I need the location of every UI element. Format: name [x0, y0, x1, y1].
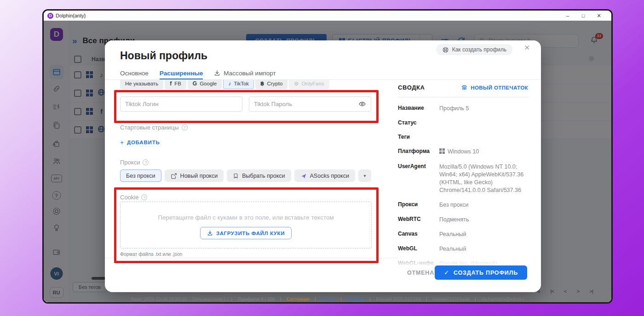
summary-label: Canvas: [398, 231, 439, 238]
tab-mass-import-label: Массовый импорт: [224, 70, 276, 77]
separator: [475, 297, 476, 301]
status-users: Пользователи 1 / 1: [192, 297, 233, 302]
site-tab-tiktok-label: TikTok: [234, 81, 249, 86]
start-pages-label: Стартовые страницы ?: [120, 124, 188, 131]
status-state-link[interactable]: Состояние: [287, 297, 310, 302]
modal-tabs: Основное Расширенные Массовый импорт: [120, 67, 276, 79]
summary-value: [439, 119, 528, 127]
summary-label: UserAgent: [398, 163, 439, 194]
tab-advanced[interactable]: Расширенные: [160, 67, 203, 79]
summary-label: Теги: [398, 134, 439, 141]
check-icon: ✓: [444, 269, 449, 276]
status-status-link[interactable]: Статус: [321, 297, 336, 302]
add-start-page-button[interactable]: + ДОБАВИТЬ: [120, 139, 160, 146]
status-profiles: Профили 4 / 100: [238, 297, 275, 302]
site-tab-google-label: Google: [200, 81, 217, 86]
site-tab-none[interactable]: Не указывать: [120, 80, 163, 89]
modal-title: Новый профиль: [120, 50, 207, 62]
summary-value: Без прокси: [439, 201, 528, 209]
summary-row: Теги: [398, 134, 528, 141]
create-profile-submit-label: СОЗДАТЬ ПРОФИЛЬ: [454, 270, 518, 276]
import-icon: [214, 70, 220, 76]
separator: [370, 297, 370, 301]
proxy-label: Прокси ?: [120, 159, 149, 166]
proxy-asocks-label: ASocks прокси: [310, 173, 349, 179]
summary-divider: [398, 97, 528, 97]
summary-row: UserAgentMozilla/5.0 (Windows NT 10.0; W…: [398, 163, 528, 194]
site-tab-google[interactable]: GGoogle: [188, 80, 222, 89]
site-tab-crypto[interactable]: ฿Crypto: [255, 80, 288, 89]
bookmark-icon: [233, 173, 239, 179]
summary-value: Mozilla/5.0 (Windows NT 10.0; Win64; x64…: [439, 163, 528, 194]
tab-mass-import[interactable]: Массовый импорт: [214, 67, 276, 79]
tiktok-icon: ♪: [228, 80, 231, 87]
fingerprint-icon: [461, 85, 468, 90]
minimize-button[interactable]: –: [560, 11, 575, 20]
annotation-rectangle-cookie: [114, 187, 379, 263]
proxy-more-dropdown[interactable]: ▾: [358, 169, 371, 182]
status-version: Версия 2025.310.169: [376, 297, 421, 302]
maximize-button[interactable]: □: [575, 11, 591, 20]
proxy-select-button[interactable]: Выбрать прокси: [227, 169, 291, 182]
site-tab-tiktok[interactable]: ♪TikTok: [223, 80, 254, 89]
site-type-tabs: Не указывать fFB GGoogle ♪TikTok ฿Crypto…: [120, 80, 329, 89]
separator: [426, 297, 427, 301]
proxy-asocks-button[interactable]: ASocks прокси: [294, 169, 355, 182]
add-label: ДОБАВИТЬ: [127, 140, 160, 145]
lifebuoy-icon: [442, 46, 449, 53]
tab-basic[interactable]: Основное: [120, 67, 149, 79]
new-window-icon: [171, 173, 177, 179]
summary-row: WebRTCПодменять: [398, 216, 528, 224]
close-button[interactable]: ✕: [591, 11, 607, 20]
proxy-new-label: Новый прокси: [180, 173, 218, 179]
summary-label: Название: [398, 105, 439, 113]
summary-label: Статус: [398, 119, 439, 127]
window-title: Dolphin{anty}: [56, 13, 86, 18]
modal-close-button[interactable]: ✕: [524, 44, 530, 52]
summary-value: Подменять: [439, 216, 528, 224]
titlebar: D Dolphin{anty} – □ ✕: [44, 11, 611, 21]
new-fingerprint-label: НОВЫЙ ОТПЕЧАТОК: [471, 85, 528, 90]
status-build: master#13374aa8: [432, 297, 470, 302]
how-to-create-button[interactable]: Как создать профиль: [436, 44, 512, 55]
summary-title: СВОДКА: [398, 84, 425, 91]
separator: [281, 297, 281, 301]
new-fingerprint-button[interactable]: НОВЫЙ ОТПЕЧАТОК: [461, 85, 528, 90]
plus-icon: +: [120, 139, 124, 146]
summary-label: Платформа: [398, 148, 439, 156]
status-bar: Base_2025-12-06 16:50:29 Пользователи 1 …: [44, 297, 611, 302]
separator: [315, 297, 316, 301]
summary-rows: НазваниеПрофиль 5 Статус Теги Платформа …: [398, 105, 528, 266]
summary-value: Реальный: [439, 231, 528, 238]
windows-icon: [439, 148, 445, 156]
info-icon[interactable]: ?: [143, 159, 149, 165]
site-tab-onlyfans[interactable]: ⊙OnlyFans: [289, 80, 329, 89]
summary-row: CanvasРеальный: [398, 231, 528, 238]
summary-row: Статус: [398, 119, 528, 127]
summary-label: Прокси: [398, 201, 439, 209]
summary-row: Платформа Windows 10: [398, 148, 528, 156]
how-to-create-label: Как создать профиль: [452, 46, 506, 53]
cancel-button[interactable]: ОТМЕНА: [407, 265, 434, 280]
summary-value: Windows 10: [448, 148, 479, 156]
app-window: D Dolphin{anty} – □ ✕ D: [42, 9, 613, 304]
asocks-icon: [300, 173, 307, 179]
site-tab-fb[interactable]: fFB: [165, 80, 186, 89]
summary-label: WebRTC: [398, 216, 439, 224]
proxy-text: Прокси: [120, 159, 140, 166]
proxy-options: Без прокси Новый прокси Выбрать прокси A…: [120, 169, 371, 182]
proxy-none-button[interactable]: Без прокси: [120, 169, 161, 182]
onlyfans-icon: ⊙: [294, 80, 299, 87]
create-profile-submit-button[interactable]: ✓ СОЗДАТЬ ПРОФИЛЬ: [435, 265, 527, 280]
bitcoin-icon: ฿: [260, 80, 264, 87]
proxy-select-label: Выбрать прокси: [242, 173, 285, 179]
info-icon[interactable]: ?: [182, 124, 188, 130]
dolphin-logo-icon: D: [47, 13, 53, 19]
fade-overlay: [398, 248, 528, 266]
separator: [341, 297, 341, 301]
summary-value: Профиль 5: [439, 105, 528, 113]
status-base: Base_2025-12-06 16:50:29: [131, 297, 187, 302]
proxy-new-button[interactable]: Новый прокси: [165, 169, 224, 182]
status-email: vip.hamidov@inbox.r: [481, 297, 524, 302]
status-trash-link[interactable]: Корзина: [347, 297, 364, 302]
